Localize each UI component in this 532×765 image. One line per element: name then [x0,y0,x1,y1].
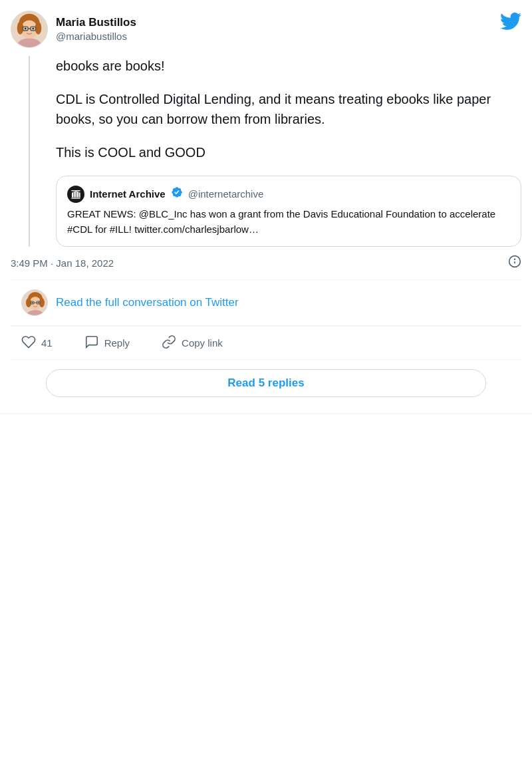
svg-rect-15 [79,192,80,197]
action-bar: 41 Reply Copy link [11,327,521,360]
svg-point-29 [32,302,33,303]
tweet-thread-container: ebooks are books! CDL is Controlled Digi… [11,56,521,247]
verified-badge [171,186,183,203]
svg-rect-12 [74,192,75,198]
heart-icon [21,335,36,351]
twitter-logo [500,11,521,35]
copy-link-button[interactable]: Copy link [162,335,223,351]
svg-point-9 [32,28,34,30]
tweet-text: ebooks are books! CDL is Controlled Digi… [56,56,521,247]
quote-text: GREAT NEWS: @BLC_Inc has won a grant fro… [67,207,510,237]
tweet-line-3: This is COOL and GOOD [56,142,521,162]
author-display-name[interactable]: Maria Bustillos [56,15,136,30]
reply-label: Reply [104,337,130,349]
info-icon[interactable] [508,255,521,271]
read-replies-button[interactable]: Read 5 replies [46,369,486,397]
svg-point-2 [21,21,37,39]
user-info: Maria Bustillos @mariabustillos [56,15,136,43]
tweet-header-left: Maria Bustillos @mariabustillos [11,11,136,48]
svg-rect-11 [72,192,73,197]
svg-rect-13 [75,191,76,198]
tweet-timestamp-row: 3:49 PM · Jan 18, 2022 [11,247,521,279]
tweet-timestamp: 3:49 PM · Jan 18, 2022 [11,257,114,269]
reply-icon [84,335,99,351]
svg-rect-16 [71,198,80,198]
quote-author-name: Internet Archive [90,187,166,202]
thread-line-col [11,56,48,247]
author-username[interactable]: @mariabustillos [56,30,136,43]
like-count: 41 [41,337,53,349]
like-button[interactable]: 41 [21,335,53,351]
tweet-line-1: ebooks are books! [56,56,521,76]
svg-rect-17 [71,190,80,191]
tweet-card: Maria Bustillos @mariabustillos ebooks a… [0,0,532,414]
tweet-header: Maria Bustillos @mariabustillos [11,11,521,48]
svg-point-8 [25,28,27,30]
thread-line [29,56,30,247]
read-full-conversation-link[interactable]: Read the full conversation on Twitter [56,296,239,309]
secondary-user-row: Read the full conversation on Twitter [11,280,521,326]
svg-point-30 [38,302,39,303]
quote-author-username: @internetarchive [188,187,264,202]
copy-link-label: Copy link [182,337,223,349]
read-replies-row: Read 5 replies [11,360,521,413]
link-icon [162,335,176,351]
quote-tweet[interactable]: Internet Archive @internetarchive GREAT … [56,176,521,247]
secondary-avatar [21,289,48,316]
reply-button[interactable]: Reply [84,335,130,351]
quote-header: Internet Archive @internetarchive [67,186,510,203]
tweet-line-2: CDL is Controlled Digital Lending, and i… [56,89,521,129]
author-avatar[interactable] [11,11,48,48]
quote-author-avatar [67,186,84,203]
svg-rect-14 [77,192,78,198]
